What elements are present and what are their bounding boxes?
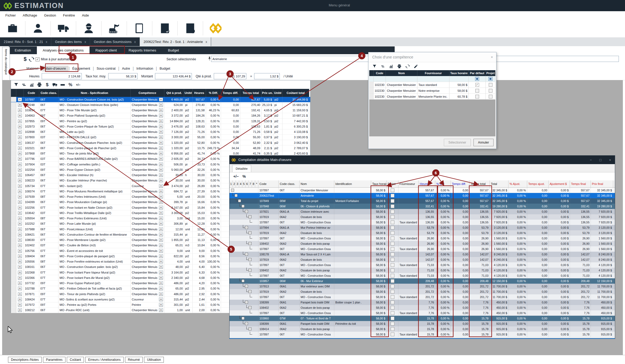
expand-competence-icon[interactable]: + [159, 298, 163, 301]
compilation-row-10[interactable]: −10840206A2Ossature de bois parap58,00 $… [230, 241, 615, 246]
expand-icon[interactable]: + [18, 271, 22, 274]
projet-checkbox[interactable] [391, 247, 394, 251]
compilation-row-6[interactable]: 10789706TMO - Construction Ossa58,00 $Ta… [230, 220, 615, 225]
projet-checkbox[interactable] [391, 290, 394, 294]
filter-checkbox[interactable] [475, 77, 479, 81]
expand-icon[interactable]: + [18, 168, 22, 172]
expand-icon[interactable]: + [18, 179, 22, 182]
section-tab--quipement[interactable]: Équipement [70, 66, 93, 72]
expand-icon[interactable]: + [18, 195, 22, 199]
collapse-icon[interactable]: − [242, 279, 244, 282]
dialog-column-blank[interactable] [369, 70, 374, 76]
expand-competence-icon[interactable]: + [159, 114, 163, 117]
compilation-column-ajustement-$[interactable]: Ajustement $ [549, 180, 570, 187]
grid-row-102248[interactable]: +10224806TMO - Ossature Cloison Intérieu… [11, 102, 310, 108]
compilation-row-12[interactable]: −10817806A1-AMur Sous-sol 2 X 4 Lain58,0… [230, 252, 615, 257]
level-column-8[interactable]: 8 [252, 180, 255, 187]
menu-gestion[interactable]: Gestion [42, 13, 58, 18]
grid-column-blank[interactable] [11, 89, 16, 97]
filter-icon[interactable] [372, 64, 377, 69]
chart-icon[interactable] [389, 64, 393, 69]
compilation-column-temps-final[interactable]: Temps final [570, 180, 591, 187]
expand-icon[interactable]: + [18, 233, 22, 236]
compilation-column-temps-diff-[interactable]: Temps diff. [451, 180, 469, 187]
rows-icon[interactable] [381, 64, 385, 69]
plusminus-icon[interactable]: +/− [233, 174, 239, 179]
level-column-3[interactable]: 3 [236, 180, 239, 187]
sub-tab-rapport-client[interactable]: Rapport client [90, 46, 123, 54]
section-tab-mat-riel[interactable]: Matériel [24, 66, 41, 72]
close-icon[interactable]: x [46, 40, 47, 44]
expand-icon[interactable]: + [18, 200, 22, 204]
compilation-row-25[interactable]: −10839906A1Parapet bois traité DIMPérimè… [230, 321, 615, 326]
grid-column-co-tant-total[interactable]: Coûtant total [282, 89, 309, 97]
projet-checkbox[interactable] [391, 268, 394, 272]
collapse-icon[interactable]: − [235, 194, 238, 197]
projet-checkbox[interactable] [391, 327, 394, 331]
collapse-icon[interactable]: − [249, 215, 251, 218]
expand-competence-icon[interactable]: + [159, 189, 163, 193]
par-defaut-checkbox[interactable] [475, 89, 479, 93]
menu-fentre[interactable]: Fenêtre [61, 13, 77, 18]
section-tab-main-d-oeuvre[interactable]: Main-d'oeuvre [42, 66, 69, 72]
client-icon[interactable] [32, 22, 44, 35]
compilation-title-bar[interactable]: Compilation détaillée Main-d'oeuvre − □ … [230, 156, 615, 164]
level-column-4[interactable]: 4 [239, 180, 242, 187]
sélectionner-button[interactable]: Sélectionner [444, 139, 471, 146]
compilation-row-23[interactable]: 10789706TMO - Construction Ossa58,00 $Ta… [230, 310, 615, 316]
expand-icon[interactable]: + [18, 189, 22, 193]
filter-icon[interactable] [14, 82, 19, 87]
projet-checkbox[interactable] [391, 210, 394, 213]
projet-checkbox[interactable] [391, 199, 394, 203]
bottom-tab-utilisation[interactable]: Utilisation [144, 357, 164, 363]
pencil-icon[interactable] [414, 64, 418, 69]
prix-unitaire-field[interactable]: 1,52 $ [254, 73, 280, 79]
expand-competence-icon[interactable]: + [159, 216, 163, 220]
annuler-button[interactable]: Annuler [473, 139, 494, 146]
percent-icon[interactable]: % [68, 82, 73, 87]
section-tab-budget[interactable]: Budget [157, 66, 173, 72]
close-icon[interactable]: x [134, 40, 136, 44]
expand-competence-icon[interactable]: + [159, 119, 163, 123]
dialog-column-fournisseur[interactable]: Fournisseur [417, 70, 449, 76]
expand-competence-icon[interactable]: + [159, 195, 163, 199]
dollar-icon[interactable]: $ [22, 56, 28, 62]
grid-column-blank[interactable] [16, 89, 24, 97]
filter-checkbox[interactable] [488, 77, 492, 81]
expand-competence-icon[interactable]: + [159, 303, 163, 307]
level-column-*[interactable]: * [255, 180, 258, 187]
tab-detaillee[interactable]: Détaillée [232, 165, 251, 172]
expand-competence-icon[interactable]: + [159, 249, 163, 253]
collapse-icon[interactable]: − [245, 226, 248, 229]
compilation-row-21[interactable]: −10839906A1Parapet bois traité DIMBoitie… [230, 300, 615, 305]
compilation-row-11[interactable]: 10789706TMO - Construction Ossa58,00 $Ta… [230, 246, 615, 252]
projet-checkbox[interactable] [391, 263, 394, 267]
printer-icon[interactable] [37, 82, 42, 87]
dialog-column-projet[interactable]: Projet [486, 70, 495, 76]
projet-checkbox[interactable] [391, 226, 394, 230]
bottom-tab-résumé[interactable]: Résumé [125, 357, 143, 363]
expand-competence-icon[interactable]: + [159, 179, 163, 182]
compilation-row-1[interactable]: −200622TestAnimalerie58,00 $557,670,00 %… [230, 193, 615, 198]
expand-competence-icon[interactable]: + [159, 308, 163, 312]
grid-row-102321[interactable]: +10232106TMO - Pose Contre-plaqué de Pla… [11, 145, 310, 151]
collapse-icon[interactable]: − [245, 210, 248, 213]
expand-competence-icon[interactable]: + [159, 168, 163, 172]
collapse-icon[interactable]: − [249, 258, 251, 261]
compilation-column-total[interactable]: Total [490, 180, 508, 187]
expand-competence-icon[interactable]: + [159, 292, 163, 296]
grid-column-temps-total[interactable]: Temps total [240, 89, 262, 97]
expand-icon[interactable]: + [18, 157, 22, 161]
section-tab-sous-contrat[interactable]: Sous-contrat [94, 66, 118, 72]
projet-checkbox[interactable] [489, 95, 492, 98]
expand-competence-icon[interactable]: + [159, 157, 163, 161]
compilation-row-20[interactable]: 10789706TMO - Construction Ossa58,00 $Ta… [230, 294, 615, 300]
compilation-column-fournisseur[interactable]: Fournisseur [398, 180, 419, 187]
projet-checkbox[interactable] [391, 306, 394, 310]
collapse-icon[interactable]: − [242, 317, 244, 320]
compilation-column-taux-horaire[interactable]: Taux horaire [371, 180, 387, 187]
compilation-row-0[interactable]: −10789706TCharpentier Menuisier58,00 $55… [230, 188, 615, 193]
projet-checkbox[interactable] [391, 295, 394, 299]
expand-icon[interactable]: + [18, 206, 22, 209]
grid-column-nom-sp-cification[interactable]: Nom - Spécification [59, 89, 131, 97]
